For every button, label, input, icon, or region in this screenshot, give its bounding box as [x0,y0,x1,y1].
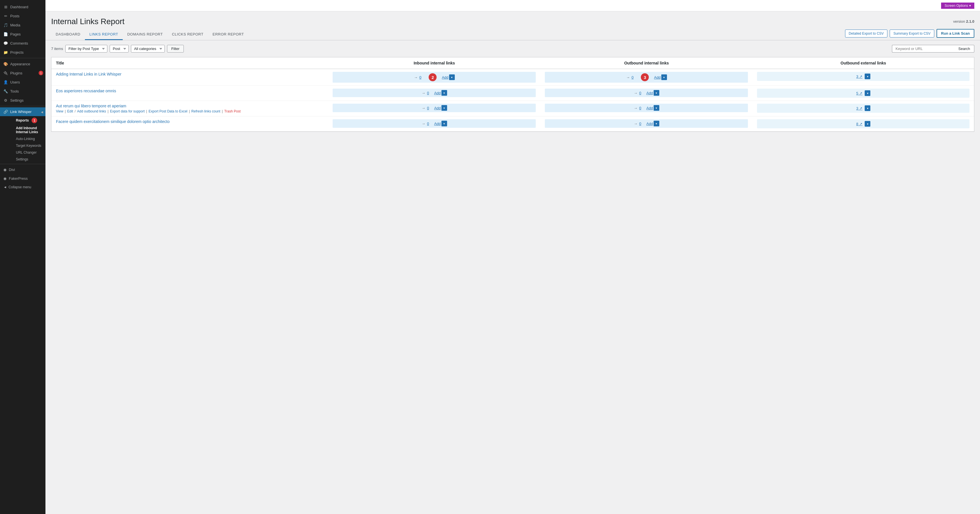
posts-icon: ✏ [3,14,8,18]
row2-inbound-add[interactable]: Add [434,91,441,95]
row3-outbound-count[interactable]: 0 [639,106,641,110]
screen-options-button[interactable]: Screen Options ▾ [941,3,974,9]
tab-links-report[interactable]: Links Report [85,29,123,40]
row1-title-link[interactable]: Adding Internal Links in Link Whisper [56,72,121,76]
row4-inbound-add[interactable]: Add [434,121,441,126]
sidebar: ⊞ Dashboard ✏ Posts 🎵 Media 📄 Pages 💬 Co… [0,0,45,514]
sidebar-item-pages[interactable]: 📄 Pages [0,30,45,39]
tab-clicks-report[interactable]: Clicks Report [167,29,208,40]
row4-external-dropdown[interactable]: ▾ [865,121,870,127]
row4-inbound-count[interactable]: 0 [427,121,429,126]
row1-outbound-dropdown[interactable]: ▾ [661,75,667,80]
row3-external-count[interactable]: 3 ↗ [856,106,862,110]
row4-title-link[interactable]: Facere quidem exercitationem similique d… [56,119,170,124]
submenu-url-changer[interactable]: URL Changer [8,149,45,156]
row3-outbound-dropdown[interactable]: ▾ [654,105,659,111]
row3-inbound-count[interactable]: 0 [427,106,429,110]
sidebar-item-dashboard[interactable]: ⊞ Dashboard [0,2,45,11]
summary-export-button[interactable]: Summary Export to CSV [890,30,934,38]
sidebar-item-divi[interactable]: ◉ Divi [0,165,45,174]
sidebar-item-plugins[interactable]: 🔌 Plugins 1 [0,68,45,78]
row3-title-link[interactable]: Aut rerum qui libero tempore et aperiam [56,103,126,108]
submenu-auto-linking[interactable]: Auto-Linking [8,135,45,142]
row3-refresh-link[interactable]: Refresh links count [191,109,220,113]
sidebar-item-tools[interactable]: 🔧 Tools [0,87,45,96]
sidebar-item-posts[interactable]: ✏ Posts [0,11,45,21]
row4-inbound-dropdown[interactable]: ▾ [441,121,447,126]
row2-outbound-count[interactable]: 0 [639,91,641,95]
row1-outbound-count[interactable]: 0 [632,75,633,80]
row1-inbound-cell: → 0 2 Add ▾ [328,69,540,86]
row4-title-cell: Facere quidem exercitationem similique d… [51,116,328,132]
row3-outbound-add[interactable]: Add [646,106,653,110]
row1-external-wrapper: 3 ↗ ▾ [757,72,969,81]
row1-outbound-add[interactable]: Add [654,75,660,80]
row2-external-count[interactable]: 5 ↗ [856,91,862,95]
sidebar-item-link-whisper[interactable]: 🔗 Link Whisper ◀ [0,107,45,116]
filter-categories-select[interactable]: All categories [131,45,165,53]
row2-outbound-add[interactable]: Add [646,91,653,95]
badge-2: 2 [429,73,437,81]
row1-inbound-add-wrap: Add ▾ [439,75,455,80]
row2-outbound-dropdown[interactable]: ▾ [654,90,659,96]
sidebar-item-settings[interactable]: ⚙ Settings [0,96,45,105]
filter-post-select[interactable]: Post [110,45,129,53]
row3-add-outbound-link[interactable]: Add outbound links [77,109,106,113]
submenu-add-inbound[interactable]: Add Inbound Internal Links [8,125,45,135]
version-number: 2.1.0 [966,19,974,24]
settings-icon: ⚙ [3,98,8,102]
sidebar-item-projects[interactable]: 📁 Projects [0,48,45,57]
row4-external-count[interactable]: 8 ↗ [856,122,862,126]
submenu-reports[interactable]: Reports 1 [8,116,45,125]
row3-export-support-link[interactable]: Export data for support [110,109,145,113]
row3-edit-link[interactable]: Edit [67,109,73,113]
row3-trash-link[interactable]: Trash Post [224,109,240,113]
sidebar-item-users[interactable]: 👤 Users [0,78,45,87]
submenu-target-keywords[interactable]: Target Keywords [8,142,45,149]
row1-inbound-count[interactable]: 0 [419,75,421,80]
divi-icon: ◉ [3,167,6,172]
sidebar-item-comments[interactable]: 💬 Comments [0,39,45,48]
table-row: Adding Internal Links in Link Whisper → … [51,69,974,86]
reports-badge: 1 [32,118,37,123]
items-count: 7 items [51,46,63,51]
sidebar-item-media[interactable]: 🎵 Media [0,21,45,30]
row2-title-link[interactable]: Eos asperiores recusandae omnis [56,89,116,93]
row1-external-count[interactable]: 3 ↗ [856,75,862,79]
row1-external-dropdown[interactable]: ▾ [865,73,870,79]
tab-dashboard[interactable]: Dashboard [51,29,85,40]
submenu-settings[interactable]: Settings [8,156,45,163]
tab-domains-report[interactable]: Domains Report [123,29,167,40]
row3-inbound-add[interactable]: Add [434,106,441,110]
row1-outbound-arrow: → [626,75,630,80]
sidebar-item-appearance[interactable]: 🎨 Appearance [0,59,45,68]
filter-post-type-select[interactable]: Filter by Post Type [65,45,107,53]
row3-view-link[interactable]: View [56,109,64,113]
row4-outbound-add[interactable]: Add [646,121,653,126]
tab-error-report[interactable]: Error Report [208,29,248,40]
search-input[interactable] [892,45,955,53]
collapse-menu-btn[interactable]: ◄ Collapse menu [0,183,45,191]
screen-options-arrow-icon: ▾ [969,4,971,8]
row2-inbound-count[interactable]: 0 [427,91,429,95]
row3-inbound-dropdown[interactable]: ▾ [441,105,447,111]
row3-actions: View | Edit / Add outbound links | Expor… [56,109,323,113]
row3-inbound-cell: → 0 Add ▾ [328,101,540,116]
row2-inbound-count-wrapper: → 0 Add ▾ [332,89,536,97]
row2-inbound-dropdown[interactable]: ▾ [441,90,447,96]
sidebar-item-fakerpress[interactable]: ◉ FakerPress [0,174,45,183]
row3-export-excel-link[interactable]: Export Post Data to Excel [149,109,188,113]
filter-button[interactable]: Filter [167,45,184,53]
search-button[interactable]: Search [955,45,974,53]
row1-inbound-dropdown[interactable]: ▾ [449,75,455,80]
row2-external-dropdown[interactable]: ▾ [865,90,870,96]
row4-outbound-count[interactable]: 0 [639,121,641,126]
row3-external-dropdown[interactable]: ▾ [865,105,870,111]
row4-outbound-dropdown[interactable]: ▾ [654,121,659,126]
run-scan-button[interactable]: Run a Link Scan [937,29,974,38]
detailed-export-button[interactable]: Detailed Export to CSV [845,30,888,38]
row4-inbound-count-wrapper: → 0 Add ▾ [332,119,536,128]
col-title: Title [51,57,328,69]
row1-inbound-add[interactable]: Add [442,75,448,80]
content-area: 7 items Filter by Post Type Post All cat… [45,40,980,136]
